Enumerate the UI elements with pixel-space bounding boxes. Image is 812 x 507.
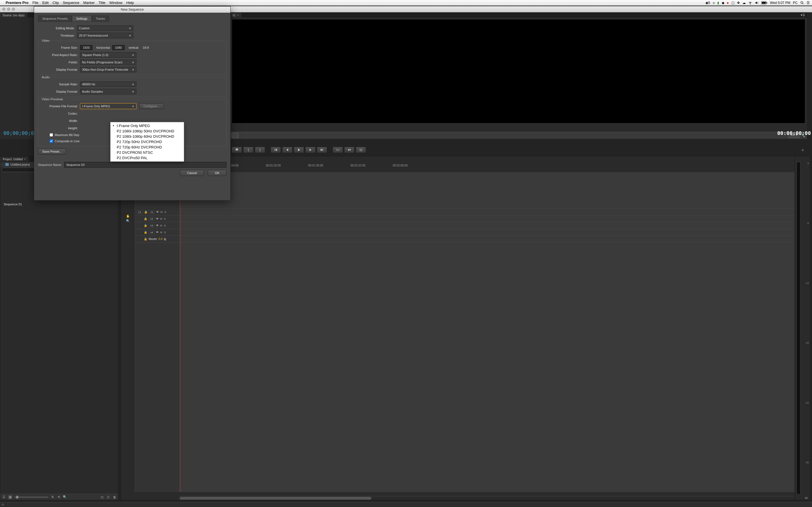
program-video-area[interactable] [232, 19, 393, 123]
codec-label: Codec: [41, 112, 78, 115]
editing-mode-label: Editing Mode: [38, 26, 75, 30]
audio-display-format-label: Display Format: [41, 90, 78, 93]
eye-icon[interactable]: 👁 [156, 224, 159, 227]
window-zoom-icon[interactable] [12, 8, 15, 11]
hand-tool-icon[interactable]: ✋ [126, 214, 130, 218]
ruler-tick: 00:01:36:00 [308, 164, 323, 167]
dropdown-option[interactable]: P2 720p 60Hz DVCPROHD [110, 145, 184, 150]
dialog-tabs: Sequence Presets Settings Tracks [38, 15, 226, 22]
export-frame-button[interactable] [356, 147, 366, 153]
menu-clip[interactable]: Clip [52, 1, 59, 5]
sample-rate-dropdown[interactable]: 48000 Hz▼ [80, 81, 137, 87]
tab-tracks[interactable]: Tracks [92, 15, 109, 22]
mark-out-button[interactable]: } [255, 147, 265, 153]
aspect-label: 16:9 [143, 46, 149, 49]
editing-mode-dropdown[interactable]: Custom▼ [77, 25, 133, 31]
audio-display-format-dropdown[interactable]: Audio Samples▼ [80, 89, 137, 94]
project-item-label[interactable]: Sequence 01 [0, 201, 118, 208]
zoom-tool-icon[interactable]: 🔍 [126, 219, 130, 223]
step-forward-button[interactable] [305, 147, 315, 153]
cancel-button[interactable]: Cancel [180, 170, 204, 176]
frame-height-input[interactable] [112, 45, 124, 50]
menu-help[interactable]: Help [126, 1, 134, 5]
tab-sequence-presets[interactable]: Sequence Presets [38, 15, 72, 22]
lift-button[interactable] [333, 147, 343, 153]
source-tab[interactable]: Source: (no clips) [0, 13, 27, 17]
preview-file-format-options: I-Frame Only MPEG P2 1080i-1080p 50Hz DV… [110, 122, 184, 162]
program-monitor-panel: 01× ▾☰ [230, 12, 393, 139]
chevron-down-icon: ▼ [131, 90, 135, 94]
svg-rect-5 [337, 149, 339, 151]
fields-dropdown[interactable]: No Fields (Progressive Scan)▼ [80, 59, 137, 65]
frame-width-input[interactable] [80, 45, 93, 50]
source-timecode: 00;00;00;00 [3, 130, 37, 136]
sample-rate-label: Sample Rate: [41, 82, 78, 86]
timebase-label: Timebase: [38, 34, 75, 37]
dialog-title: New Sequence [34, 6, 231, 13]
track-header-a2[interactable]: 🔒 A2👁 M S [135, 216, 179, 222]
menu-marker[interactable]: Marker [83, 1, 94, 5]
fit-dropdown[interactable] [232, 133, 239, 138]
configure-button[interactable]: Configure... [139, 103, 164, 109]
eye-icon[interactable]: 👁 [156, 217, 159, 220]
lock-icon[interactable]: 🔒 [144, 231, 147, 234]
menu-window[interactable]: Window [109, 1, 122, 5]
dropdown-option[interactable]: P2 720p 50Hz DVCPROHD [110, 139, 184, 145]
menu-edit[interactable]: Edit [42, 1, 49, 5]
close-icon[interactable]: × [237, 14, 239, 17]
window-minimize-icon[interactable] [7, 8, 10, 11]
horizontal-label: horizontal [96, 46, 110, 49]
video-group: Video Frame Size: horizontal vertical 16… [38, 41, 226, 75]
track-header-a3[interactable]: 🔒 A3👁 M S [135, 222, 179, 229]
eye-icon[interactable]: 👁 [156, 210, 159, 214]
app-name[interactable]: Premiere Pro [6, 1, 29, 5]
program-tab[interactable]: 01× [230, 13, 241, 17]
transport-buttons: { } ＋ [230, 146, 393, 154]
save-preset-button[interactable]: Save Preset... [38, 149, 66, 155]
sequence-name-input[interactable] [64, 162, 226, 168]
lock-icon[interactable]: 🔒 [144, 217, 147, 220]
window-close-icon[interactable] [2, 8, 5, 11]
step-back-button[interactable] [282, 147, 292, 153]
lock-icon[interactable]: 🔒 [144, 237, 147, 240]
project-filename: Untitled.prproj [10, 163, 30, 166]
vertical-label: vertical [129, 46, 139, 49]
chevron-down-icon: ▼ [131, 82, 135, 87]
chevron-down-icon: ▼ [131, 68, 135, 72]
dropdown-option[interactable]: P2 1080i-1080p 50Hz DVCPROHD [110, 128, 184, 134]
track-header-master[interactable]: 🔒 Master 0.0 ⧎ [135, 236, 179, 242]
collapse-icon[interactable]: ⧎ [164, 237, 166, 240]
go-to-out-button[interactable] [317, 147, 327, 153]
track-header-a1[interactable]: A1 🔒 A1 👁 M S [135, 209, 179, 216]
play-button[interactable] [294, 147, 304, 153]
extract-button[interactable] [344, 147, 354, 153]
mark-in-button[interactable]: { [243, 147, 253, 153]
svg-rect-7 [350, 149, 351, 151]
project-tab[interactable]: Project: Untitled× [0, 157, 28, 161]
par-dropdown[interactable]: Square Pixels (1.0)▼ [80, 52, 137, 58]
timebase-dropdown[interactable]: 29.97 frames/second▼ [77, 33, 133, 38]
new-sequence-dialog: New Sequence Sequence Presets Settings T… [34, 6, 231, 201]
dropdown-option[interactable]: I-Frame Only MPEG [110, 123, 184, 128]
lock-icon[interactable]: 🔒 [144, 224, 147, 227]
ruler-tick: 00:01:52:00 [350, 164, 365, 167]
add-marker-button[interactable] [232, 147, 242, 153]
ok-button[interactable]: OK [208, 170, 226, 176]
tab-settings[interactable]: Settings [72, 15, 92, 22]
dropdown-option[interactable]: P2 DVCPro50 PAL [110, 155, 184, 161]
chevron-down-icon: ▼ [131, 53, 135, 57]
fields-label: Fields: [41, 61, 78, 64]
go-to-in-button[interactable] [271, 147, 281, 153]
dropdown-option[interactable]: P2 DVCPRO50 NTSC [110, 150, 184, 155]
mac-menubar: Premiere Pro File Edit Clip Sequence Mar… [0, 0, 393, 6]
group-header: Audio [41, 75, 51, 79]
lock-icon[interactable]: 🔒 [144, 210, 147, 214]
eye-icon[interactable]: 👁 [156, 231, 159, 234]
track-header-a4[interactable]: 🔒 A4👁 M S [135, 229, 179, 236]
menu-sequence[interactable]: Sequence [63, 1, 80, 5]
video-display-format-dropdown[interactable]: 30fps Non-Drop-Frame Timecode▼ [80, 67, 137, 72]
menu-file[interactable]: File [33, 1, 38, 5]
preview-file-format-dropdown[interactable]: I-Frame Only MPEG▼ [80, 103, 137, 109]
dropdown-option[interactable]: P2 1080i-1080p 60Hz DVCPROHD [110, 134, 184, 139]
menu-title[interactable]: Title [99, 1, 105, 5]
